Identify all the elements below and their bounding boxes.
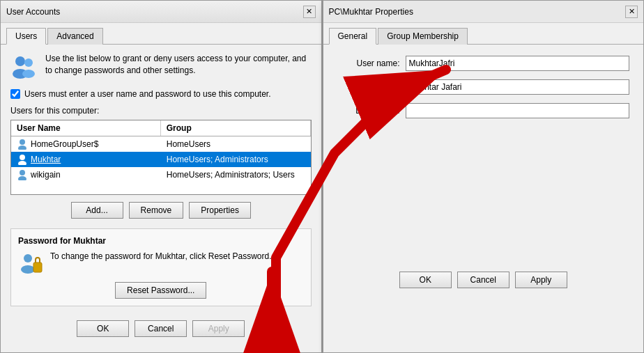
- tab-advanced[interactable]: Advanced: [47, 28, 102, 45]
- password-section: Password for Mukhtar To change the passw…: [10, 228, 312, 306]
- svg-point-3: [22, 70, 35, 78]
- checkbox-label: Users must enter a user name and passwor…: [24, 89, 271, 99]
- cell-group-2: HomeUsers; Administrators: [161, 152, 311, 167]
- header-group: Group: [161, 120, 311, 136]
- password-text: To change the password for Mukhtar, clic…: [50, 251, 304, 261]
- right-title-bar: PC\Mukhtar Properties ✕: [323, 1, 644, 23]
- description-label: Description:: [337, 106, 400, 116]
- left-title-bar: User Accounts ✕: [1, 1, 321, 23]
- svg-point-8: [20, 170, 25, 175]
- properties-window: PC\Mukhtar Properties ✕ General Group Me…: [323, 0, 645, 353]
- cell-group-3: HomeUsers; Administrators; Users: [161, 167, 311, 182]
- fullname-input[interactable]: [406, 79, 630, 95]
- cell-username-3: wikigain: [11, 167, 161, 182]
- tab-group-membership[interactable]: Group Membership: [378, 28, 468, 45]
- svg-point-0: [15, 56, 25, 66]
- password-title: Password for Mukhtar: [18, 236, 304, 246]
- header-username: User Name: [11, 120, 161, 136]
- table-header: User Name Group: [11, 120, 311, 136]
- left-apply-button[interactable]: Apply: [192, 320, 245, 337]
- users-icon: [10, 53, 38, 81]
- table-row[interactable]: HomeGroupUser$ HomeUsers: [11, 136, 311, 152]
- svg-point-11: [21, 265, 35, 274]
- right-close-button[interactable]: ✕: [625, 6, 638, 18]
- checkbox-row: Users must enter a user name and passwor…: [10, 89, 312, 99]
- cell-username-1: HomeGroupUser$: [11, 136, 161, 152]
- svg-point-9: [18, 176, 26, 180]
- reset-password-button[interactable]: Reset Password...: [115, 282, 206, 299]
- table-row-3[interactable]: wikigain HomeUsers; Administrators; User…: [11, 167, 311, 182]
- right-window-title: PC\Mukhtar Properties: [329, 7, 413, 17]
- properties-button[interactable]: Properties: [189, 202, 251, 219]
- intro-section: Use the list below to grant or deny user…: [10, 53, 312, 81]
- left-window-title: User Accounts: [6, 7, 60, 17]
- left-content: Use the list below to grant or deny user…: [1, 45, 321, 352]
- svg-point-4: [20, 139, 25, 145]
- fullname-row: Full name:: [337, 79, 630, 95]
- table-row-selected[interactable]: Mukhtar HomeUsers; Administrators: [11, 152, 311, 167]
- tab-general[interactable]: General: [329, 28, 377, 45]
- table-buttons: Add... Remove Properties: [10, 202, 312, 219]
- cell-group-1: HomeUsers: [161, 136, 311, 152]
- add-button[interactable]: Add...: [71, 202, 123, 219]
- left-cancel-button[interactable]: Cancel: [135, 320, 187, 337]
- password-icon: [18, 251, 43, 276]
- description-row: Description:: [337, 103, 630, 118]
- svg-rect-12: [33, 262, 42, 272]
- intro-text: Use the list below to grant or deny user…: [45, 53, 312, 77]
- user-avatar-2: [17, 154, 28, 165]
- username-label: User name:: [337, 58, 400, 68]
- username-row: User name:: [337, 56, 630, 71]
- right-content: User name: Full name: Description: OK Ca…: [323, 45, 644, 306]
- left-ok-button[interactable]: OK: [77, 320, 129, 337]
- right-cancel-button[interactable]: Cancel: [457, 272, 509, 288]
- fullname-label: Full name:: [337, 82, 400, 92]
- remove-button[interactable]: Remove: [129, 202, 184, 219]
- svg-point-5: [18, 146, 26, 150]
- right-ok-button[interactable]: OK: [399, 272, 452, 288]
- left-bottom-buttons: OK Cancel Apply: [10, 315, 312, 344]
- right-apply-button[interactable]: Apply: [515, 272, 567, 288]
- description-input[interactable]: [406, 103, 630, 118]
- users-label: Users for this computer:: [10, 106, 312, 116]
- username-input[interactable]: [406, 56, 630, 71]
- password-body: To change the password for Mukhtar, clic…: [18, 251, 304, 276]
- require-login-checkbox[interactable]: [10, 89, 20, 99]
- left-close-button[interactable]: ✕: [303, 6, 316, 18]
- svg-point-7: [18, 161, 26, 165]
- cell-username-2: Mukhtar: [11, 152, 161, 167]
- user-avatar-1: [17, 139, 28, 150]
- left-tabs: Users Advanced: [1, 23, 321, 45]
- svg-point-10: [24, 254, 32, 262]
- tab-users[interactable]: Users: [6, 28, 46, 45]
- user-accounts-window: User Accounts ✕ Users Advanced Use the l…: [0, 0, 322, 353]
- svg-point-6: [20, 155, 25, 160]
- svg-point-2: [24, 58, 33, 67]
- right-bottom-buttons: OK Cancel Apply: [337, 266, 630, 295]
- user-avatar-3: [17, 169, 28, 180]
- user-table: User Name Group HomeGroupUser$ HomeUsers: [10, 120, 312, 195]
- right-tabs: General Group Membership: [323, 23, 644, 45]
